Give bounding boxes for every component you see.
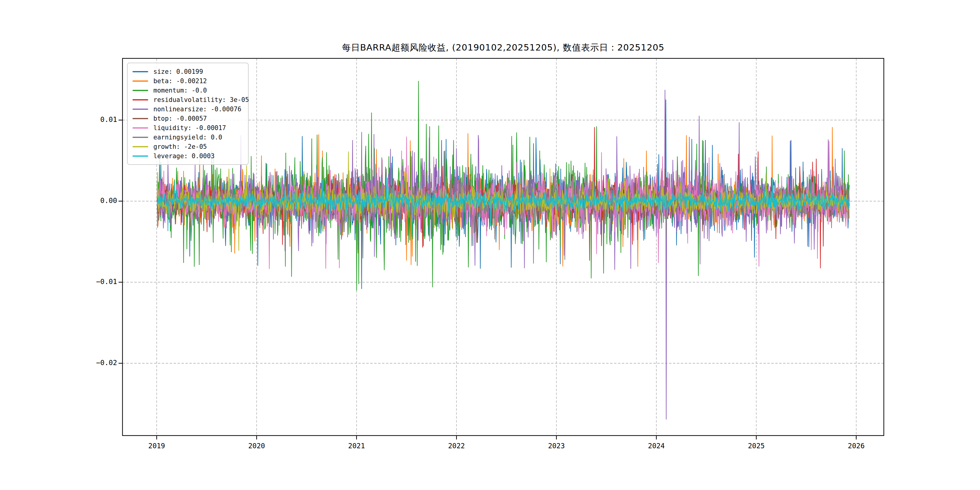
x-tick-2019: 2019 [137,442,177,450]
x-tick-2026: 2026 [837,442,876,450]
legend-swatch-leverage [132,156,148,157]
data-series-group [157,81,850,419]
legend-label-momentum: momentum: -0.0 [153,87,207,94]
x-tick-2023: 2023 [537,442,576,450]
legend-item-beta: beta: -0.00212 [132,76,244,86]
legend-swatch-earningsyield [132,137,148,138]
legend-label-btop: btop: -0.00057 [153,115,207,122]
tick-marks [119,120,856,439]
legend-item-btop: btop: -0.00057 [132,114,244,123]
legend-label-earningsyield: earningsyield: 0.0 [153,134,222,141]
legend-swatch-growth [132,146,148,147]
y-tick-0.00: 0.00 [78,197,117,204]
legend-item-momentum: momentum: -0.0 [132,86,244,95]
legend-label-liquidity: liquidity: -0.00017 [153,124,226,132]
legend-item-nonlinearsize: nonlinearsize: -0.00076 [132,104,244,114]
legend-item-growth: growth: -2e-05 [132,142,244,151]
legend-swatch-btop [132,118,148,119]
legend: size: 0.00199beta: -0.00212momentum: -0.… [127,63,249,165]
series-line-nonlinearsize [157,90,850,419]
legend-swatch-liquidity [132,127,148,129]
legend-swatch-nonlinearsize [132,108,148,110]
legend-swatch-momentum [132,90,148,91]
legend-item-size: size: 0.00199 [132,67,244,76]
legend-label-size: size: 0.00199 [153,68,203,75]
legend-item-earningsyield: earningsyield: 0.0 [132,132,244,142]
x-tick-2021: 2021 [337,442,376,450]
legend-swatch-beta [132,80,148,82]
legend-label-leverage: leverage: 0.0003 [153,153,215,160]
legend-swatch-residualvolatility [132,99,148,100]
figure: 每日BARRA超额风险收益, (20190102,20251205), 数值表示… [0,0,980,490]
legend-label-residualvolatility: residualvolatility: 3e-05 [153,96,249,103]
x-tick-2020: 2020 [237,442,276,450]
legend-label-beta: beta: -0.00212 [153,78,207,85]
x-tick-2022: 2022 [437,442,476,450]
y-tick-0.01: 0.01 [78,116,117,123]
legend-label-growth: growth: -2e-05 [153,143,207,150]
x-tick-2024: 2024 [637,442,676,450]
legend-item-residualvolatility: residualvolatility: 3e-05 [132,95,244,104]
legend-item-leverage: leverage: 0.0003 [132,151,244,161]
legend-item-liquidity: liquidity: -0.00017 [132,123,244,132]
x-tick-2025: 2025 [737,442,776,450]
y-tick-−0.01: −0.01 [78,278,117,286]
legend-swatch-size [132,71,148,72]
y-tick-−0.02: −0.02 [78,359,117,367]
legend-label-nonlinearsize: nonlinearsize: -0.00076 [153,105,241,113]
